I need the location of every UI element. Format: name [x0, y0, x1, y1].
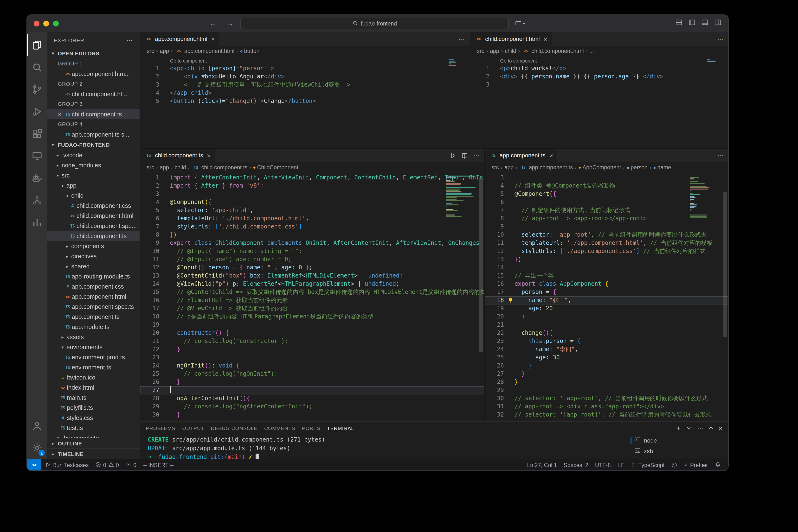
remote-indicator[interactable]: ><: [27, 459, 41, 471]
more-icon[interactable]: ⋯: [717, 35, 723, 42]
tree-file-favicon.ico[interactable]: ★favicon.ico: [47, 372, 140, 382]
docker-icon[interactable]: [27, 167, 47, 189]
code-line[interactable]: 25 age: 30: [485, 354, 728, 362]
minimize-window-button[interactable]: [43, 20, 49, 26]
code-line[interactable]: 24 ngOnInit(): void {: [140, 362, 484, 370]
toggle-sidebar-icon[interactable]: [688, 19, 695, 28]
terminal-output[interactable]: CREATE src/app/child/child.component.ts …: [140, 434, 630, 459]
breadcrumb[interactable]: src›app›<>app.component.html›◇button: [140, 46, 470, 56]
settings-icon[interactable]: 1: [27, 437, 47, 459]
breadcrumb-item[interactable]: src: [147, 48, 154, 54]
ellipsis-icon[interactable]: ⋯: [697, 424, 703, 432]
code-line[interactable]: 9: [485, 223, 728, 231]
tree-folder-directives[interactable]: ▸directives: [47, 251, 140, 261]
code-line[interactable]: 29 // console.log("ngAfterContentInit");: [140, 403, 484, 411]
feedback-icon[interactable]: [668, 459, 680, 471]
close-window-button[interactable]: [34, 20, 39, 26]
tree-file-app.component.html[interactable]: <>app.component.html: [47, 291, 140, 302]
close-icon[interactable]: ×: [56, 111, 63, 118]
code-area[interactable]: Go to component1<p>child works!</p>2<div…: [470, 56, 728, 148]
code-line[interactable]: 1import { AfterContentInit, AfterViewIni…: [140, 174, 484, 182]
code-line[interactable]: 29: [485, 386, 728, 395]
navigate-forward-button[interactable]: →: [223, 19, 236, 27]
timeline-section-header[interactable]: ▸ TIMELINE: [47, 448, 140, 459]
panel-tab-output[interactable]: OUTPUT: [182, 422, 204, 434]
zoom-window-button[interactable]: [53, 20, 59, 26]
breadcrumb-item[interactable]: child: [505, 48, 516, 54]
tree-file-styles.css[interactable]: #styles.css: [47, 413, 140, 423]
codelens-link[interactable]: Go to component: [470, 57, 728, 64]
tree-folder-child[interactable]: ▾child: [47, 190, 140, 201]
breadcrumb-item[interactable]: ◇button: [240, 48, 260, 54]
code-line[interactable]: 10 // @Input("name") name: string = "";: [140, 247, 484, 255]
code-line[interactable]: 16 // ElementRef => 获取当前组件的元素: [140, 296, 484, 304]
code-line[interactable]: 19 age: 20: [485, 304, 728, 313]
kubernetes-icon[interactable]: [27, 189, 47, 211]
code-line[interactable]: 3 <!--# 是模板引用变量，可以在组件中通过ViewChild获取-->: [140, 81, 470, 89]
more-icon[interactable]: ⋯: [459, 35, 465, 42]
tree-file-environment.ts[interactable]: TSenvironment.ts: [47, 362, 140, 372]
tree-file-app.component.ts[interactable]: TSapp.component.ts: [47, 312, 140, 322]
code-line[interactable]: 10 selector: 'app-root', // 当前组件调用的时候你要以…: [485, 231, 728, 239]
code-line[interactable]: 28 ngAfterContentInit(){: [140, 395, 484, 403]
tree-file-environment.prod.ts[interactable]: TSenvironment.prod.ts: [47, 352, 140, 362]
code-line[interactable]: 9export class ChildComponent implements …: [140, 239, 484, 247]
terminal-process-zsh[interactable]: zsh: [630, 446, 728, 456]
encoding[interactable]: UTF-8: [592, 459, 614, 471]
code-line[interactable]: 6 templateUrl: './child.component.html',: [140, 214, 484, 223]
tree-file-.browserslistrc[interactable]: ≡.browserslistrc: [47, 433, 140, 438]
toggle-secondary-sidebar-icon[interactable]: [714, 19, 722, 28]
code-line[interactable]: 26 }: [140, 378, 484, 386]
panel-tab-terminal[interactable]: TERMINAL: [327, 422, 354, 434]
split-icon[interactable]: [462, 152, 468, 158]
open-editor-item[interactable]: <>child.component.ht...: [47, 89, 140, 99]
layout-grid-icon[interactable]: [675, 19, 683, 28]
breadcrumb-item[interactable]: app: [160, 48, 169, 54]
minimap[interactable]: [446, 175, 476, 218]
code-line[interactable]: 16export class AppComponent {: [485, 280, 728, 288]
cursor-position[interactable]: Ln 27, Col 1: [524, 459, 560, 471]
formatter-indicator[interactable]: ✓ Prettier: [680, 459, 711, 471]
code-line[interactable]: 25 // console.log("ngOnInit");: [140, 370, 484, 378]
breadcrumb-item[interactable]: app: [160, 165, 169, 170]
code-line[interactable]: 15// 导出一个类: [485, 272, 728, 280]
tree-folder-components[interactable]: ▸components: [47, 241, 140, 251]
code-line[interactable]: 3: [470, 81, 728, 89]
panel-tab-ports[interactable]: PORTS: [302, 422, 320, 434]
code-line[interactable]: 3: [140, 190, 484, 198]
minimap[interactable]: [449, 59, 463, 66]
breadcrumb[interactable]: src›app›child›TSchild.component.ts›◆Chil…: [140, 162, 484, 173]
tree-file-app-routing.module.ts[interactable]: TSapp-routing.module.ts: [47, 271, 140, 281]
code-line[interactable]: 17 // @ViewChild => 获取当前组件的内容: [140, 304, 484, 313]
code-line[interactable]: 19: [140, 321, 484, 329]
code-line[interactable]: 27 }: [485, 370, 728, 378]
outline-section-header[interactable]: ▸ OUTLINE: [47, 438, 140, 448]
tree-file-index.html[interactable]: <>index.html: [47, 382, 140, 393]
code-line[interactable]: 14: [485, 264, 728, 272]
eol[interactable]: LF: [614, 459, 627, 471]
notifications-bell-icon[interactable]: [711, 459, 724, 471]
stats-icon[interactable]: [27, 211, 47, 233]
panel-tab-problems[interactable]: PROBLEMS: [146, 422, 175, 434]
open-editor-item[interactable]: TSapp.component.ts s...: [47, 129, 140, 139]
tree-folder-assets[interactable]: ▸assets: [47, 332, 140, 342]
extensions-icon[interactable]: [27, 123, 47, 145]
code-line[interactable]: 2<div> {{ person.name }} {{ person.age }…: [470, 73, 728, 81]
close-icon[interactable]: ×: [550, 152, 553, 159]
code-line[interactable]: 15 // @ContentChild => 获取父组件传递的内容 box是父组…: [140, 288, 484, 296]
close-icon[interactable]: ×: [719, 424, 722, 432]
code-line[interactable]: 30// selector: '.app-root', // 当前组件调用的时候…: [485, 395, 728, 403]
tab-app.component.ts[interactable]: TSapp.component.ts×: [485, 149, 558, 162]
code-line[interactable]: 13 @ContentChild("box") box: ElementRef<…: [140, 272, 484, 280]
tab-child.component.ts[interactable]: TSchild.component.ts×: [140, 149, 216, 162]
breadcrumb-item[interactable]: <>app.component.html: [175, 47, 235, 55]
tree-file-app.component.spec.ts[interactable]: TSapp.component.spec.ts: [47, 302, 140, 312]
more-actions-icon[interactable]: ⋯: [126, 37, 133, 44]
command-center-search[interactable]: fudao-frontend: [240, 18, 509, 29]
code-line[interactable]: 21: [485, 321, 728, 329]
breadcrumb-item[interactable]: ◆ChildComponent: [253, 165, 298, 170]
breadcrumb-item[interactable]: app: [504, 165, 514, 170]
minimap[interactable]: [690, 175, 720, 218]
breadcrumb-item[interactable]: app: [490, 48, 499, 54]
breadcrumb-item[interactable]: ▪person: [627, 165, 648, 170]
